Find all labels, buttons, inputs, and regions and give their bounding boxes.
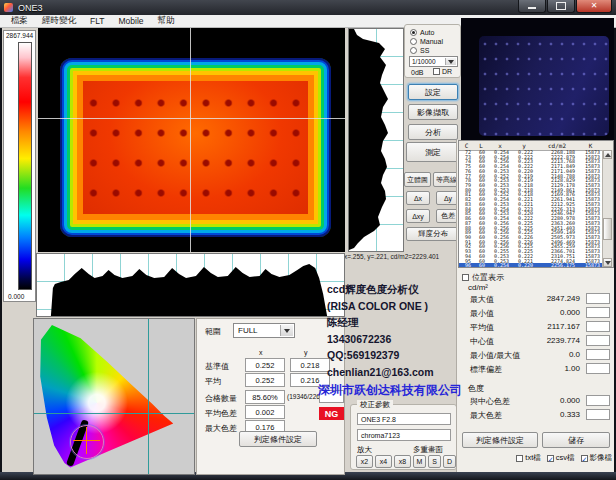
ng-status-badge: NG bbox=[319, 407, 344, 420]
table-column-header: x bbox=[488, 142, 512, 149]
calibration-field-lens[interactable]: ONE3 F2.8 bbox=[357, 413, 451, 425]
stat-judge-box bbox=[586, 321, 610, 332]
dr-label: DR bbox=[442, 68, 452, 75]
delta-xy-button[interactable]: Δxy bbox=[406, 209, 430, 223]
maximize-button[interactable] bbox=[547, 0, 575, 13]
chroma-section-label: 色度 bbox=[468, 383, 484, 394]
stat-value: 2239.774 bbox=[547, 336, 580, 345]
luminance-colorbar: 2867.944 0.000 bbox=[3, 30, 36, 302]
radio-manual[interactable] bbox=[410, 38, 417, 45]
colorbar-min-value: 0.000 bbox=[8, 293, 24, 300]
scrollbar-thumb[interactable] bbox=[603, 218, 612, 240]
menu-item[interactable]: Mobile bbox=[111, 16, 150, 26]
stat-value: 0.000 bbox=[560, 308, 580, 317]
stat-value: 0.000 bbox=[560, 396, 580, 405]
luminance-distribution-button[interactable]: 輝度分布 bbox=[406, 227, 460, 241]
analyze-button[interactable]: 分析 bbox=[408, 124, 458, 140]
dropdown-arrow-icon[interactable] bbox=[445, 58, 456, 65]
save-check-txt檔[interactable]: txt檔 bbox=[516, 453, 540, 463]
minimize-button[interactable] bbox=[518, 0, 546, 13]
measure-button[interactable]: 測定 bbox=[406, 142, 460, 162]
heatmap-crosshair-vertical[interactable] bbox=[190, 28, 191, 252]
dropdown-arrow-icon[interactable] bbox=[280, 325, 293, 336]
stat-label: 最大值 bbox=[470, 295, 494, 304]
menu-item[interactable]: 經時變化 bbox=[35, 15, 83, 27]
save-button[interactable]: 儲存 bbox=[542, 432, 610, 448]
stat-row: 最小值0.000 bbox=[470, 308, 610, 319]
menu-item[interactable]: FLT bbox=[83, 16, 111, 26]
max-colordiff-label: 最大色差 bbox=[205, 423, 237, 434]
camera-preview-image bbox=[479, 36, 609, 136]
table-row[interactable]: 96600.2540.2202256.17515873 bbox=[459, 263, 603, 267]
table-cell: 96 bbox=[459, 263, 474, 267]
maximize-icon bbox=[556, 2, 566, 10]
title-bar: ONE3 ✕ bbox=[0, 0, 616, 15]
colorbar-gradient bbox=[18, 42, 32, 290]
luminance-heatmap[interactable] bbox=[38, 28, 345, 252]
contact-line: chenlian21@163.com bbox=[327, 364, 467, 381]
range-select[interactable]: FULL bbox=[233, 323, 295, 338]
scroll-down-button[interactable] bbox=[603, 258, 612, 267]
stat-label: 平均值 bbox=[470, 323, 494, 332]
zoom-x8-button[interactable]: x8 bbox=[394, 455, 411, 468]
dr-checkbox[interactable] bbox=[433, 68, 440, 75]
radio-label: SS bbox=[420, 47, 429, 54]
close-button[interactable]: ✕ bbox=[576, 0, 612, 13]
table-column-header: K bbox=[578, 142, 603, 149]
multiscreen-m-button[interactable]: M bbox=[413, 455, 426, 468]
cie-chromaticity-diagram[interactable] bbox=[33, 318, 195, 475]
save-check-csv檔[interactable]: ✓csv檔 bbox=[547, 453, 575, 463]
pass-count-value: 85.60% bbox=[245, 390, 285, 404]
judge-condition-button[interactable]: 判定條件設定 bbox=[239, 431, 317, 447]
stat-value: 2847.249 bbox=[547, 294, 580, 303]
stereo-button[interactable]: 立體圖 bbox=[404, 172, 431, 187]
scroll-up-button[interactable] bbox=[603, 150, 612, 159]
zoom-x4-button[interactable]: x4 bbox=[375, 455, 392, 468]
radio-row-manual[interactable]: Manual bbox=[410, 38, 443, 45]
menu-item[interactable]: 幫助 bbox=[151, 15, 182, 27]
capture-button[interactable]: 影像擷取 bbox=[408, 104, 458, 120]
checkbox-unchecked[interactable] bbox=[516, 455, 523, 462]
zoom-x2-button[interactable]: x2 bbox=[356, 455, 373, 468]
cie-horseshoe bbox=[38, 322, 185, 469]
stat-row: 最小值/最大值0.0 bbox=[470, 350, 610, 361]
checkbox-checked[interactable]: ✓ bbox=[581, 455, 588, 462]
dr-checkbox-row[interactable]: DR bbox=[433, 68, 452, 75]
table-cell: 0.254 bbox=[488, 263, 512, 267]
stat-judge-box bbox=[586, 409, 610, 420]
avg-colordiff-value: 0.002 bbox=[245, 405, 285, 419]
position-display-checkbox[interactable] bbox=[462, 274, 469, 281]
multiscreen-d-button[interactable]: D bbox=[443, 455, 456, 468]
cursor-coordinate-readout: x=.255, y=.221, cd/m2=2229.401 bbox=[344, 253, 460, 263]
measurement-table[interactable]: CLxycd/m2K 72600.2540.2222268.1881587373… bbox=[458, 140, 614, 268]
contact-line: (RISA COLOR ONE ) bbox=[327, 298, 467, 315]
radio-row-ss[interactable]: SS bbox=[410, 47, 429, 54]
table-body[interactable]: 72600.2540.2222268.1881587373600.2540.22… bbox=[459, 150, 603, 267]
heatmap-crosshair-horizontal[interactable] bbox=[38, 118, 345, 119]
checkbox-checked[interactable]: ✓ bbox=[547, 455, 554, 462]
stat-label: 與中心色差 bbox=[470, 397, 510, 406]
menu-item[interactable]: 檔案 bbox=[4, 15, 35, 27]
calibration-field-chroma[interactable]: chroma7123 bbox=[357, 429, 451, 441]
judge-condition-button-right[interactable]: 判定條件設定 bbox=[462, 432, 538, 448]
column-header-x: x bbox=[259, 349, 263, 356]
table-column-header: y bbox=[512, 142, 536, 149]
radio-ss[interactable] bbox=[410, 47, 417, 54]
stat-judge-box bbox=[586, 395, 610, 406]
stat-row: 平均值2117.167 bbox=[470, 322, 610, 333]
base-y-value: 0.218 bbox=[290, 358, 330, 372]
save-check-影像檔[interactable]: ✓影像檔 bbox=[581, 453, 613, 463]
window-title: ONE3 bbox=[18, 3, 43, 13]
calibration-groupbox: 校正參數 ONE3 F2.8 chroma7123 放大 x2x4x8 多重畫面… bbox=[350, 404, 457, 470]
table-scrollbar[interactable] bbox=[602, 150, 613, 267]
multiscreen-s-button[interactable]: S bbox=[428, 455, 441, 468]
radio-auto[interactable] bbox=[410, 29, 417, 36]
radio-row-auto[interactable]: Auto bbox=[410, 29, 434, 36]
position-display-row[interactable]: 位置表示 bbox=[462, 272, 504, 283]
set-button[interactable]: 設定 bbox=[408, 84, 458, 100]
shutter-select[interactable]: 1/10000 bbox=[409, 56, 458, 67]
delta-x-button[interactable]: Δx bbox=[406, 191, 430, 205]
contact-text-block: ccd辉度色度分析仪(RISA COLOR ONE )陈经理1343067223… bbox=[327, 281, 467, 380]
camera-preview bbox=[461, 18, 614, 140]
gain-label: 0dB bbox=[411, 69, 423, 76]
